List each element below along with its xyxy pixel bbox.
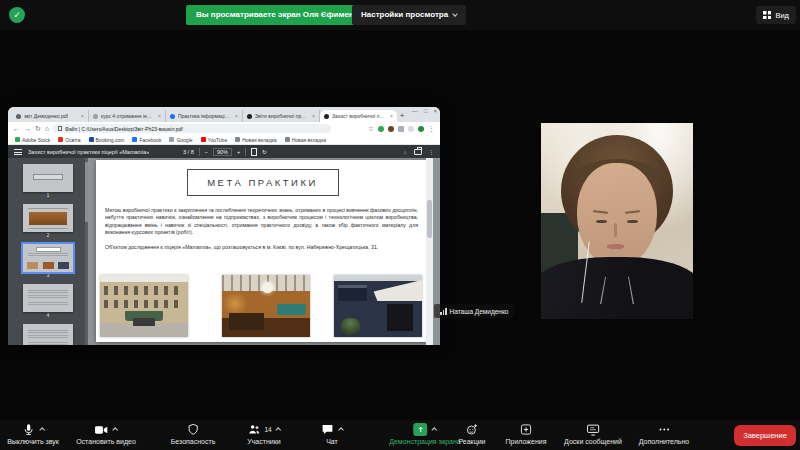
browser-tab-1[interactable]: звіт Демиденко.pdf × (12, 110, 89, 122)
person-face (577, 163, 657, 267)
view-options-label: Настройки просмотра (361, 5, 448, 25)
whiteboards-button[interactable]: Доски сообщений (564, 423, 622, 445)
bookmark-item[interactable]: Booking.com (89, 137, 125, 143)
view-options-button[interactable]: Настройки просмотра (352, 5, 466, 25)
home-icon[interactable]: ⌂ (45, 122, 49, 135)
zoom-in-button[interactable]: + (237, 149, 240, 155)
more-button[interactable]: Дополнительно (639, 423, 689, 445)
tab-close-icon[interactable]: × (235, 113, 238, 119)
extension-icon[interactable] (378, 126, 384, 132)
extension-icon[interactable] (388, 126, 394, 132)
bookmark-item[interactable]: Новая вкладка (235, 137, 276, 143)
share-screen-button[interactable]: Демонстрация экрана (389, 423, 461, 445)
bookmark-item[interactable]: Facebook (132, 137, 161, 143)
connection-signal-icon (440, 308, 447, 315)
chat-button[interactable]: Чат (321, 423, 343, 445)
bookmark-star-icon[interactable]: ☆ (368, 122, 374, 135)
encryption-shield-icon[interactable]: ✓ (9, 7, 25, 23)
bookmark-item[interactable]: Новая вкладка (285, 137, 326, 143)
bookmark-item[interactable]: Освіта (58, 137, 80, 143)
tab-close-icon[interactable]: × (312, 113, 315, 119)
pdf-thumbnail-page-2[interactable] (23, 204, 73, 232)
address-bar[interactable]: Файл | C:/Users/Asus/Desktop/Звіт-Ph23-в… (53, 124, 331, 133)
pdf-thumbnail-page-3[interactable] (23, 244, 73, 272)
rotate-icon[interactable]: ↻ (262, 149, 267, 155)
new-tab-button[interactable]: + (397, 110, 407, 122)
zoom-out-button[interactable]: − (205, 149, 208, 155)
close-button[interactable]: × (433, 108, 437, 114)
bookmark-item[interactable]: YouTube (201, 137, 228, 143)
photo-building-facade (100, 275, 188, 337)
thumbnail-page-number: 2 (23, 233, 73, 238)
back-icon[interactable]: ← (13, 122, 20, 135)
participants-icon (247, 423, 261, 436)
bookmark-label: Adobe Stock (22, 137, 50, 143)
pdf-thumbnail-page-5[interactable] (23, 324, 73, 345)
tab-close-icon[interactable]: × (158, 113, 161, 119)
participant-video-tile[interactable]: Наташа Демиденко (434, 118, 800, 323)
print-icon[interactable] (414, 149, 422, 155)
divider (245, 148, 246, 156)
tab-title: курс 4 отримання інформ (101, 113, 155, 119)
pdf-page-indicator[interactable]: 3 / 8 (183, 149, 194, 155)
bookmark-label: Google (176, 137, 192, 143)
chevron-up-icon[interactable] (39, 427, 45, 433)
pdf-document-title: Захист виробничої практики піцерії «Mama… (28, 149, 149, 155)
security-button[interactable]: Безопасность (171, 423, 216, 445)
pdf-thumbnail-sidebar: 12345 (8, 158, 88, 345)
bookmark-label: Новая вкладка (242, 137, 276, 143)
minimize-button[interactable]: — (412, 108, 418, 114)
chat-icon (321, 423, 334, 436)
shield-icon (187, 423, 200, 436)
reload-icon[interactable]: ↻ (35, 122, 41, 135)
bookmarks-bar: Adobe StockОсвітаBooking.comFacebookGoog… (8, 135, 440, 145)
pdf-thumbnail-page-1[interactable] (23, 164, 73, 192)
bookmark-label: Освіта (65, 137, 80, 143)
slide-heading: МЕТА ПРАКТИКИ (187, 169, 339, 196)
reactions-button[interactable]: Реакции (458, 423, 485, 445)
avatar[interactable] (418, 126, 424, 132)
fit-page-icon[interactable] (251, 148, 257, 156)
bookmark-label: YouTube (208, 137, 228, 143)
tab-favicon (93, 114, 98, 119)
browser-nav-bar: ← → ↻ ⌂ Файл | C:/Users/Asus/Desktop/Зві… (8, 122, 440, 135)
pdf-menu-icon[interactable] (14, 149, 22, 155)
tab-favicon (247, 114, 252, 119)
maximize-button[interactable]: □ (424, 108, 428, 114)
tab-title: Практика інформація - Go (178, 113, 232, 119)
bookmark-favicon (15, 137, 20, 142)
pdf-scrollbar[interactable] (426, 158, 433, 345)
pdf-zoom-level[interactable]: 90% (213, 148, 232, 156)
tab-close-icon[interactable]: × (390, 113, 393, 119)
chevron-up-icon[interactable] (432, 427, 438, 433)
view-button[interactable]: Вид (756, 6, 796, 24)
pdf-thumbnail-page-4[interactable] (23, 284, 73, 312)
grid-view-icon (763, 11, 771, 19)
participants-button[interactable]: 14 Участники (247, 423, 280, 445)
chevron-up-icon[interactable] (338, 427, 344, 433)
forward-icon[interactable]: → (24, 122, 31, 135)
download-icon[interactable]: ↓ (404, 149, 407, 155)
pdf-page-area: МЕТА ПРАКТИКИ Метою виробничої практики … (88, 158, 433, 345)
stop-video-button[interactable]: Остановить видео (76, 423, 136, 445)
browser-tab-5-active[interactable]: Захист виробничої практ × (320, 110, 397, 122)
extension-icon[interactable] (398, 126, 404, 132)
webcam-video (541, 123, 693, 319)
window-controls: — □ × (412, 108, 437, 114)
browser-tab-3[interactable]: Практика інформація - Go × (166, 110, 243, 122)
bookmark-item[interactable]: Adobe Stock (15, 137, 50, 143)
apps-button[interactable]: Приложения (506, 423, 547, 445)
end-meeting-button[interactable]: Завершение (734, 425, 796, 446)
mute-button[interactable]: Выключить звук (7, 423, 59, 445)
tab-favicon (16, 114, 21, 119)
bookmark-favicon (89, 137, 94, 142)
bookmark-item[interactable]: Google (169, 137, 192, 143)
browser-tab-4[interactable]: Звіти виробничої практик × (243, 110, 320, 122)
browser-tab-2[interactable]: курс 4 отримання інформ × (89, 110, 166, 122)
profile-icon[interactable] (408, 126, 414, 132)
thumbnail-page-number: 3 (23, 273, 73, 278)
chevron-up-icon[interactable] (113, 427, 119, 433)
divider (199, 148, 200, 156)
chevron-up-icon[interactable] (276, 427, 282, 433)
tab-close-icon[interactable]: × (81, 113, 84, 119)
